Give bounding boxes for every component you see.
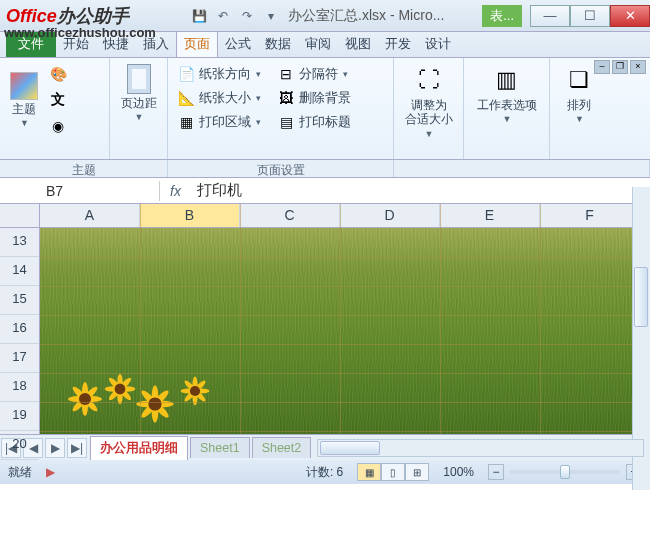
tab-data[interactable]: 数据 [258,31,298,57]
col-header[interactable]: E [440,204,540,227]
fx-icon[interactable]: fx [160,183,191,199]
effects-icon: ◉ [49,117,67,135]
ribbon-group-labels: 主题 页面设置 [0,160,650,178]
fonts-icon: 文 [49,91,67,109]
row-header[interactable]: 17 [0,344,39,373]
chevron-down-icon: ▼ [575,114,584,124]
arrange-button[interactable]: ❏ 排列 ▼ [556,62,602,126]
sheet-tab-active[interactable]: 办公用品明细 [90,436,188,460]
scrollbar-thumb[interactable] [634,267,648,327]
scale-to-fit-button[interactable]: ⛶ 调整为合适大小 ▼ [400,62,457,141]
redo-icon[interactable]: ↷ [238,7,256,25]
wb-restore[interactable]: ❐ [612,60,628,74]
row-header[interactable]: 15 [0,286,39,315]
zoom-level[interactable]: 100% [443,465,474,479]
contextual-tab-label[interactable]: 表... [482,5,522,27]
sunflower-icon [139,388,172,421]
group-arrange: ❏ 排列 ▼ [550,58,608,159]
row-header[interactable]: 20 [0,431,39,460]
wb-close[interactable]: × [630,60,646,74]
grid-cells[interactable]: A B C D E F [40,204,650,434]
watermark-url: www.officezhushou.com [4,25,156,40]
tab-developer[interactable]: 开发 [378,31,418,57]
chevron-down-icon: ▼ [135,112,144,122]
zoom-slider-thumb[interactable] [560,465,570,479]
tab-pagelayout[interactable]: 页面 [176,30,218,57]
row-header[interactable]: 16 [0,315,39,344]
chevron-down-icon: ▼ [20,118,29,128]
theme-fonts-button[interactable]: 文 [46,88,70,112]
horizontal-scrollbar[interactable] [317,439,644,457]
margins-button[interactable]: 页边距 ▼ [116,62,161,124]
view-normal-button[interactable]: ▦ [357,463,381,481]
orientation-button[interactable]: 📄纸张方向▾ [174,62,264,86]
theme-effects-button[interactable]: ◉ [46,114,70,138]
col-header[interactable]: A [40,204,140,227]
tab-view[interactable]: 视图 [338,31,378,57]
print-area-icon: ▦ [177,113,195,131]
select-all-corner[interactable] [0,204,39,228]
margins-icon [127,64,151,94]
scrollbar-thumb[interactable] [320,441,380,455]
col-header[interactable]: F [540,204,640,227]
themes-button[interactable]: 主题 ▼ [6,70,42,130]
arrange-icon: ❏ [563,64,595,96]
group-label-page-setup: 页面设置 [168,160,394,177]
row-header[interactable]: 19 [0,402,39,431]
quick-access-toolbar: 💾 ↶ ↷ ▾ [190,7,280,25]
sheet-nav-last[interactable]: ▶| [67,438,87,458]
zoom-slider[interactable] [510,470,620,474]
qat-dropdown-icon[interactable]: ▾ [262,7,280,25]
margins-label: 页边距 [121,96,157,110]
theme-colors-button[interactable]: 🎨 [46,62,70,86]
sunflower-icon [70,384,100,414]
tab-review[interactable]: 审阅 [298,31,338,57]
view-page-layout-button[interactable]: ▯ [381,463,405,481]
sheet-options-button[interactable]: ▥ 工作表选项 ▼ [470,62,543,126]
group-sheet-options: ▥ 工作表选项 ▼ [464,58,550,159]
tab-design[interactable]: 设计 [418,31,458,57]
print-titles-button[interactable]: ▤打印标题 [274,110,354,134]
zoom-out-button[interactable]: − [488,464,504,480]
view-page-break-button[interactable]: ⊞ [405,463,429,481]
macro-record-icon[interactable]: ▶ [46,465,55,479]
breaks-icon: ⊟ [277,65,295,83]
sunflower-icon [107,376,134,403]
minimize-button[interactable]: — [530,5,570,27]
group-page-setup: 📄纸张方向▾ 📐纸张大小▾ ▦打印区域▾ ⊟分隔符▾ 🖼删除背景 ▤打印标题 [168,58,394,159]
close-button[interactable]: ✕ [610,5,650,27]
size-button[interactable]: 📐纸张大小▾ [174,86,264,110]
sheet-tab[interactable]: Sheet2 [252,437,312,458]
maximize-button[interactable]: ☐ [570,5,610,27]
worksheet-grid[interactable]: 13 14 15 16 17 18 19 20 A B C D E F [0,204,650,434]
fit-icon: ⛶ [413,64,445,96]
zoom-control: − + [488,464,642,480]
themes-label: 主题 [12,102,36,116]
sheet-tab-bar: |◀ ◀ ▶ ▶| 办公用品明细 Sheet1 Sheet2 [0,434,650,460]
background-image [40,228,650,434]
row-header[interactable]: 14 [0,257,39,286]
status-ready: 就绪 [8,464,32,481]
col-header[interactable]: D [340,204,440,227]
sheet-nav-next[interactable]: ▶ [45,438,65,458]
breaks-button[interactable]: ⊟分隔符▾ [274,62,354,86]
colors-icon: 🎨 [49,65,67,83]
window-title: 办公室汇总.xlsx - Micro... [288,7,444,25]
size-icon: 📐 [177,89,195,107]
orientation-icon: 📄 [177,65,195,83]
save-icon[interactable]: 💾 [190,7,208,25]
delete-background-button[interactable]: 🖼删除背景 [274,86,354,110]
formula-value[interactable]: 打印机 [191,179,650,202]
col-header[interactable]: C [240,204,340,227]
undo-icon[interactable]: ↶ [214,7,232,25]
row-headers: 13 14 15 16 17 18 19 20 [0,204,40,434]
chevron-down-icon: ▼ [425,129,434,139]
tab-formulas[interactable]: 公式 [218,31,258,57]
row-header[interactable]: 13 [0,228,39,257]
col-header-selected[interactable]: B [140,204,240,227]
sheet-icon: ▥ [491,64,523,96]
print-area-button[interactable]: ▦打印区域▾ [174,110,264,134]
row-header[interactable]: 18 [0,373,39,402]
sheet-tab[interactable]: Sheet1 [190,437,250,458]
name-box[interactable]: B7 [40,181,160,201]
